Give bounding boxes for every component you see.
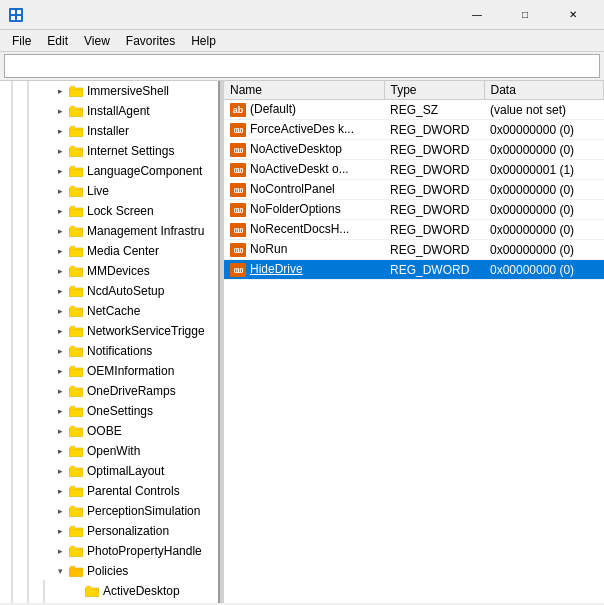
svg-rect-2 xyxy=(17,10,21,14)
tree-toggle-icon[interactable]: ▸ xyxy=(52,401,68,421)
tree-toggle-icon[interactable]: ▸ xyxy=(52,461,68,481)
tree-item[interactable]: ▸ MMDevices xyxy=(0,261,218,281)
reg-data-cell: 0x00000000 (0) xyxy=(484,180,604,200)
tree-toggle-icon[interactable]: ▸ xyxy=(52,361,68,381)
tree-item[interactable]: ▸ Lock Screen xyxy=(0,201,218,221)
menu-item-view[interactable]: View xyxy=(76,32,118,50)
tree-toggle-icon[interactable]: ▸ xyxy=(52,521,68,541)
tree-item-label: Media Center xyxy=(87,244,159,258)
tree-toggle-icon[interactable]: ▸ xyxy=(52,341,68,361)
tree-item[interactable]: ▸ OptimalLayout xyxy=(0,461,218,481)
table-row[interactable]: 010NoRecentDocsH...REG_DWORD0x00000000 (… xyxy=(224,220,604,240)
col-name[interactable]: Name xyxy=(224,81,384,100)
tree-toggle-icon[interactable]: ▸ xyxy=(52,181,68,201)
menu-item-edit[interactable]: Edit xyxy=(39,32,76,50)
tree-item[interactable]: Attachments xyxy=(0,601,218,603)
table-row[interactable]: 010NoActiveDesktopREG_DWORD0x00000000 (0… xyxy=(224,140,604,160)
tree-toggle-icon[interactable] xyxy=(68,601,84,603)
table-row[interactable]: 010NoRunREG_DWORD0x00000000 (0) xyxy=(224,240,604,260)
folder-icon xyxy=(68,183,84,199)
tree-item[interactable]: ▸ Personalization xyxy=(0,521,218,541)
tree-item[interactable]: ▸ Parental Controls xyxy=(0,481,218,501)
tree-toggle-icon[interactable]: ▸ xyxy=(52,261,68,281)
tree-toggle-icon[interactable]: ▸ xyxy=(52,441,68,461)
tree-item[interactable]: ▸ OneSettings xyxy=(0,401,218,421)
tree-item[interactable]: ▸ Management Infrastru xyxy=(0,221,218,241)
tree-toggle-icon[interactable]: ▸ xyxy=(52,101,68,121)
tree-item[interactable]: ▸ NetCache xyxy=(0,301,218,321)
ab-icon: ab xyxy=(230,103,246,117)
menu-item-file[interactable]: File xyxy=(4,32,39,50)
tree-item[interactable]: ▸ NetworkServiceTrigge xyxy=(0,321,218,341)
tree-toggle-icon[interactable]: ▸ xyxy=(52,381,68,401)
tree-item[interactable]: ▸ Installer xyxy=(0,121,218,141)
tree-toggle-icon[interactable]: ▸ xyxy=(52,321,68,341)
reg-name-cell: 010NoControlPanel xyxy=(224,180,384,200)
tree-toggle-icon[interactable]: ▸ xyxy=(52,81,68,101)
reg-data-cell: (value not set) xyxy=(484,100,604,120)
tree-item[interactable]: ▸ ImmersiveShell xyxy=(0,81,218,101)
tree-item[interactable]: ▸ Media Center xyxy=(0,241,218,261)
tree-toggle-icon[interactable]: ▸ xyxy=(52,481,68,501)
dword-icon: 010 xyxy=(230,203,246,217)
menu-item-help[interactable]: Help xyxy=(183,32,224,50)
dword-icon: 010 xyxy=(230,143,246,157)
table-row[interactable]: 010NoActiveDeskt o...REG_DWORD0x00000001… xyxy=(224,160,604,180)
tree-item[interactable]: ▸ PhotoPropertyHandle xyxy=(0,541,218,561)
tree-toggle-icon[interactable]: ▸ xyxy=(52,421,68,441)
tree-toggle-icon[interactable]: ▾ xyxy=(52,561,68,581)
reg-type-cell: REG_DWORD xyxy=(384,260,484,280)
tree-item[interactable]: ▸ OOBE xyxy=(0,421,218,441)
tree-toggle-icon[interactable]: ▸ xyxy=(52,201,68,221)
tree-item[interactable]: ▾ Policies xyxy=(0,561,218,581)
reg-name-cell: 010ForceActiveDes k... xyxy=(224,120,384,140)
tree-panel[interactable]: ▸ ImmersiveShell▸ InstallAgent▸ Installe… xyxy=(0,81,220,603)
tree-item[interactable]: ▸ PerceptionSimulation xyxy=(0,501,218,521)
tree-toggle-icon[interactable]: ▸ xyxy=(52,541,68,561)
folder-icon xyxy=(68,123,84,139)
reg-data-cell: 0x00000000 (0) xyxy=(484,240,604,260)
tree-item[interactable]: ▸ InstallAgent xyxy=(0,101,218,121)
tree-toggle-icon[interactable]: ▸ xyxy=(52,241,68,261)
data-panel[interactable]: Name Type Data ab(Default)REG_SZ(value n… xyxy=(224,81,604,603)
tree-item-label: NcdAutoSetup xyxy=(87,284,164,298)
close-button[interactable]: ✕ xyxy=(550,0,596,30)
tree-toggle-icon[interactable]: ▸ xyxy=(52,121,68,141)
tree-item[interactable]: ▸ OEMInformation xyxy=(0,361,218,381)
tree-item-label: OEMInformation xyxy=(87,364,174,378)
tree-item[interactable]: ▸ OpenWith xyxy=(0,441,218,461)
tree-item[interactable]: ▸ Live xyxy=(0,181,218,201)
reg-type-cell: REG_DWORD xyxy=(384,160,484,180)
table-row[interactable]: ab(Default)REG_SZ(value not set) xyxy=(224,100,604,120)
tree-item[interactable]: ▸ Internet Settings xyxy=(0,141,218,161)
tree-toggle-icon[interactable]: ▸ xyxy=(52,301,68,321)
tree-toggle-icon[interactable]: ▸ xyxy=(52,161,68,181)
table-row[interactable]: 010ForceActiveDes k...REG_DWORD0x0000000… xyxy=(224,120,604,140)
tree-item[interactable]: ▸ NcdAutoSetup xyxy=(0,281,218,301)
tree-item[interactable]: ▸ Notifications xyxy=(0,341,218,361)
menu-item-favorites[interactable]: Favorites xyxy=(118,32,183,50)
reg-data-cell: 0x00000001 (1) xyxy=(484,160,604,180)
tree-item[interactable]: ▸ LanguageComponent xyxy=(0,161,218,181)
tree-item[interactable]: ActiveDesktop xyxy=(0,581,218,601)
app-icon xyxy=(8,7,24,23)
maximize-button[interactable]: □ xyxy=(502,0,548,30)
col-type[interactable]: Type xyxy=(384,81,484,100)
tree-item[interactable]: ▸ OneDriveRamps xyxy=(0,381,218,401)
table-row[interactable]: 010HideDriveREG_DWORD0x00000000 (0) xyxy=(224,260,604,280)
col-data[interactable]: Data xyxy=(484,81,604,100)
minimize-button[interactable]: — xyxy=(454,0,500,30)
folder-icon xyxy=(68,103,84,119)
tree-toggle-icon[interactable]: ▸ xyxy=(52,141,68,161)
reg-data-cell: 0x00000000 (0) xyxy=(484,260,604,280)
address-bar[interactable] xyxy=(4,54,600,78)
svg-rect-0 xyxy=(9,8,23,22)
tree-toggle-icon[interactable]: ▸ xyxy=(52,221,68,241)
tree-item-label: NetCache xyxy=(87,304,140,318)
table-row[interactable]: 010NoFolderOptionsREG_DWORD0x00000000 (0… xyxy=(224,200,604,220)
reg-name-text: (Default) xyxy=(250,102,296,116)
tree-toggle-icon[interactable]: ▸ xyxy=(52,501,68,521)
tree-toggle-icon[interactable] xyxy=(68,581,84,601)
tree-toggle-icon[interactable]: ▸ xyxy=(52,281,68,301)
table-row[interactable]: 010NoControlPanelREG_DWORD0x00000000 (0) xyxy=(224,180,604,200)
